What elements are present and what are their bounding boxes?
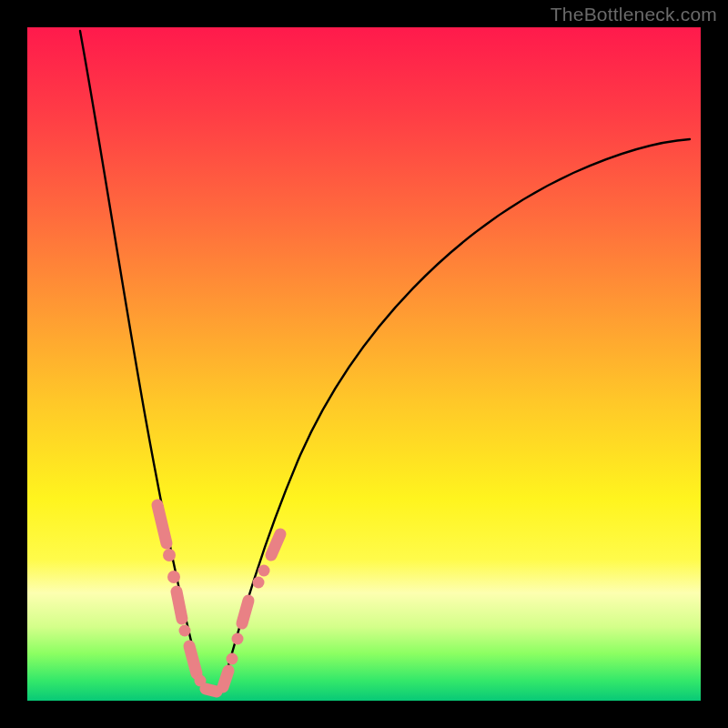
bead-dot xyxy=(253,577,265,589)
bead-dot xyxy=(163,549,176,561)
bead-segment xyxy=(177,592,182,619)
bead-segment xyxy=(206,689,217,692)
chart-frame: TheBottleneck.com xyxy=(0,0,728,728)
watermark-text: TheBottleneck.com xyxy=(551,4,717,25)
bead-dot xyxy=(179,625,191,637)
bead-dot xyxy=(258,565,270,577)
bead-segment xyxy=(242,601,248,623)
bead-dot xyxy=(167,571,180,583)
chart-svg xyxy=(27,27,701,701)
bead-segment xyxy=(189,646,197,673)
bead-segment xyxy=(157,505,167,543)
plot-area xyxy=(27,27,701,701)
bead-dot xyxy=(227,653,238,665)
bead-dot xyxy=(232,633,244,645)
beads-left xyxy=(157,505,217,692)
curve-right-branch xyxy=(221,139,690,692)
bead-segment xyxy=(271,534,280,555)
curve-left-branch xyxy=(80,31,204,692)
bead-segment xyxy=(223,671,228,687)
beads-right xyxy=(223,534,280,687)
